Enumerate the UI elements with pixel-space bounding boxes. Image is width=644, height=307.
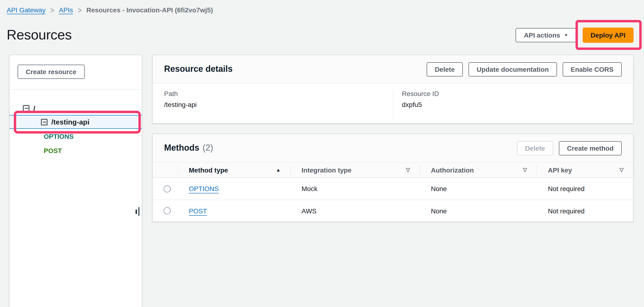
api-key-cell: Not required: [536, 207, 633, 215]
tree-item-testing-api[interactable]: /testing-api: [10, 115, 142, 129]
sort-down-icon[interactable]: ▽: [616, 167, 624, 173]
sort-down-icon[interactable]: ▽: [519, 167, 527, 173]
sidebar-top: Create resource: [10, 55, 142, 89]
sort-down-icon[interactable]: ▽: [402, 167, 410, 173]
chevron-right-icon: >: [78, 5, 82, 15]
resource-id-value: dxpfu5: [402, 101, 622, 108]
page-title: Resources: [7, 27, 72, 43]
resource-details-actions: Delete Update documentation Enable CORS: [427, 62, 622, 76]
main-column: Resource details Delete Update documenta…: [152, 55, 634, 222]
row-select-radio[interactable]: [164, 207, 171, 214]
methods-count: (2): [202, 143, 213, 153]
table-row-post: POST AWS None Not required: [153, 200, 633, 222]
page-header: Resources API actions ▼ Deploy API: [0, 20, 644, 49]
table-row-options: OPTIONS Mock None Not required: [153, 178, 633, 200]
path-label: Path: [164, 90, 382, 97]
methods-panel: Methods (2) Delete Create method Method …: [152, 134, 634, 222]
enable-cors-button[interactable]: Enable CORS: [563, 62, 622, 76]
tree-item-root[interactable]: /: [10, 102, 142, 115]
resource-details-title: Resource details: [164, 64, 232, 74]
methods-title: Methods: [164, 143, 199, 153]
column-header-api-key[interactable]: API key ▽: [536, 163, 633, 177]
breadcrumb-current: Resources - Invocation-API (6fi2vo7wj5): [86, 6, 213, 14]
create-resource-button[interactable]: Create resource: [18, 65, 84, 79]
collapse-icon[interactable]: [41, 119, 48, 125]
options-method-link[interactable]: OPTIONS: [189, 185, 219, 193]
authorization-cell: None: [420, 207, 536, 215]
caret-down-icon: ▼: [564, 33, 568, 37]
post-method-link[interactable]: POST: [189, 207, 207, 215]
api-actions-button[interactable]: API actions ▼: [516, 28, 576, 42]
methods-table-header: Method type ▲ Integration type ▽ Authori…: [153, 163, 633, 178]
sort-ascending-icon[interactable]: ▲: [272, 167, 280, 173]
resources-tree-panel: Create resource / /testing-api OPTIONS P…: [9, 55, 142, 307]
integration-cell: Mock: [290, 185, 420, 193]
field-path: Path /testing-api: [153, 90, 393, 119]
delete-method-button[interactable]: Delete: [517, 141, 553, 155]
resource-details-header: Resource details Delete Update documenta…: [153, 55, 633, 84]
authorization-cell: None: [420, 185, 536, 193]
api-gateway-resources-page: API Gateway > APIs > Resources - Invocat…: [0, 0, 644, 307]
api-key-cell: Not required: [536, 185, 633, 193]
breadcrumb-api-gateway[interactable]: API Gateway: [7, 6, 46, 14]
delete-resource-button[interactable]: Delete: [427, 62, 463, 76]
content-area: Create resource / /testing-api OPTIONS P…: [9, 55, 634, 307]
breadcrumb: API Gateway > APIs > Resources - Invocat…: [0, 0, 644, 15]
create-method-button[interactable]: Create method: [559, 141, 622, 155]
integration-cell: AWS: [290, 207, 420, 215]
deploy-api-button[interactable]: Deploy API: [582, 27, 634, 42]
column-header-authorization[interactable]: Authorization ▽: [420, 163, 536, 177]
chevron-right-icon: >: [50, 5, 54, 15]
api-actions-label: API actions: [524, 31, 560, 39]
tree-item-method-options[interactable]: OPTIONS: [10, 130, 142, 143]
resource-details-body: Path /testing-api Resource ID dxpfu5: [153, 84, 633, 123]
row-select-radio[interactable]: [164, 185, 171, 192]
update-documentation-button[interactable]: Update documentation: [468, 62, 557, 76]
methods-header: Methods (2) Delete Create method: [153, 134, 633, 163]
resource-id-label: Resource ID: [402, 90, 622, 97]
resource-tree: / /testing-api OPTIONS POST: [10, 102, 142, 157]
tree-item-root-label: /: [33, 104, 35, 112]
methods-actions: Delete Create method: [517, 141, 622, 155]
column-header-method-type[interactable]: Method type ▲: [178, 163, 290, 177]
sidebar-resize-handle[interactable]: [134, 205, 140, 218]
field-resource-id: Resource ID dxpfu5: [393, 90, 633, 123]
divider: [10, 89, 142, 90]
tree-item-testing-api-label: /testing-api: [51, 118, 90, 126]
collapse-icon[interactable]: [23, 105, 30, 112]
selection-column-header: [153, 163, 178, 177]
header-actions: API actions ▼ Deploy API: [516, 27, 634, 42]
column-header-integration-type[interactable]: Integration type ▽: [290, 163, 420, 177]
path-value: /testing-api: [164, 101, 382, 108]
tree-item-method-post[interactable]: POST: [10, 144, 142, 157]
resource-details-panel: Resource details Delete Update documenta…: [152, 55, 634, 124]
breadcrumb-apis[interactable]: APIs: [59, 6, 73, 14]
